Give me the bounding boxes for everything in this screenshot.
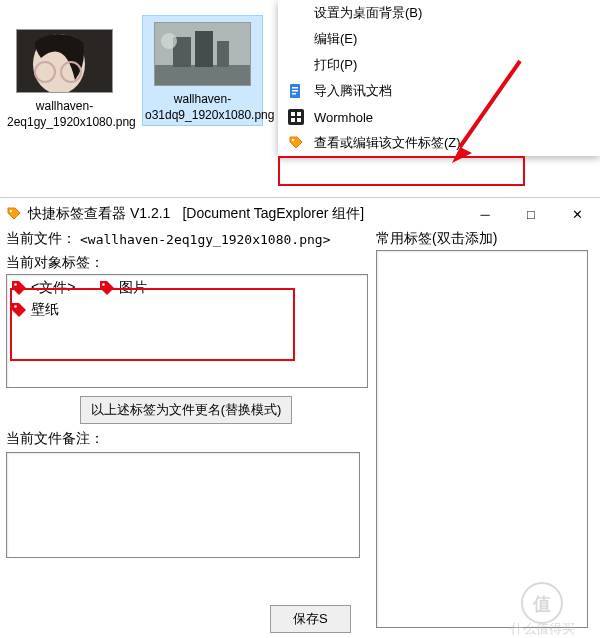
current-file-label: 当前文件： [6,230,76,248]
current-tags-box[interactable]: <文件> 图片 壁纸 [6,274,368,388]
thumbnail-image [154,22,251,86]
file-name-2: wallhaven-o31dq9_1920x1080.png [145,92,260,123]
svg-rect-14 [288,109,304,125]
note-textarea[interactable] [6,452,360,558]
tag-explorer-window: 快捷标签查看器 V1.2.1 [Document TagExplorer 组件]… [0,197,600,638]
context-menu-item-tencent[interactable]: 导入腾讯文档 [278,78,600,104]
tag-item[interactable]: <文件> [11,279,75,297]
tag-icon [286,133,306,153]
common-tags-label: 常用标签(双击添加) [376,230,497,248]
tag-label: <文件> [31,279,75,297]
menu-label: 设置为桌面背景(B) [314,4,422,22]
svg-rect-18 [297,118,301,122]
menu-label: 编辑(E) [314,30,357,48]
common-tags-listbox[interactable] [376,250,588,628]
thumbnail-image [16,29,113,93]
svg-rect-7 [195,31,213,67]
context-menu-item[interactable]: 设置为桌面背景(B) [278,0,600,26]
window-subtitle: [Document TagExplorer 组件] [182,205,364,223]
minimize-button[interactable]: ─ [462,198,508,230]
context-menu-item[interactable]: 打印(P) [278,52,600,78]
svg-rect-8 [217,41,229,67]
svg-rect-5 [155,65,250,85]
svg-point-22 [10,210,12,212]
context-menu: 设置为桌面背景(B) 编辑(E) 打印(P) 导入腾讯文档 Wormhole 查… [278,0,600,156]
file-thumbnail-1[interactable]: wallhaven-2eq1gy_1920x1080.png [4,22,125,133]
context-menu-item-tags[interactable]: 查看或编辑该文件标签(Z) [278,130,600,156]
svg-rect-16 [297,112,301,116]
tag-item[interactable]: 图片 [99,279,147,297]
current-file-value: <wallhaven-2eq1gy_1920x1080.png> [80,232,330,247]
context-menu-item[interactable]: 编辑(E) [278,26,600,52]
current-note-label: 当前文件备注： [6,430,104,448]
svg-text:值: 值 [532,594,551,614]
svg-rect-12 [292,90,298,92]
window-title: 快捷标签查看器 V1.2.1 [28,205,170,223]
maximize-button[interactable]: □ [508,198,554,230]
menu-label: 打印(P) [314,56,357,74]
svg-point-24 [102,283,105,286]
menu-label: 导入腾讯文档 [314,82,392,100]
svg-rect-17 [291,118,295,122]
svg-point-25 [14,305,17,308]
tag-label: 图片 [119,279,147,297]
tag-item[interactable]: 壁纸 [11,301,59,319]
svg-point-9 [161,33,177,49]
tencent-doc-icon [286,81,306,101]
file-name-1: wallhaven-2eq1gy_1920x1080.png [7,99,122,130]
title-bar[interactable]: 快捷标签查看器 V1.2.1 [Document TagExplorer 组件]… [0,198,600,230]
watermark-icon: 值 什么值得买 [486,581,600,638]
svg-rect-11 [292,87,298,89]
wormhole-icon [286,107,306,127]
current-tags-label: 当前对象标签： [6,254,104,272]
svg-text:什么值得买: 什么值得买 [509,621,575,636]
menu-label: 查看或编辑该文件标签(Z) [314,134,461,152]
context-menu-item-wormhole[interactable]: Wormhole [278,104,600,130]
svg-rect-15 [291,112,295,116]
save-button[interactable]: 保存S [270,605,351,633]
left-panel: 当前文件：<wallhaven-2eq1gy_1920x1080.png> 当前… [6,230,366,558]
svg-rect-13 [292,93,296,95]
menu-label: Wormhole [314,110,373,125]
file-thumbnail-2-selected[interactable]: wallhaven-o31dq9_1920x1080.png [142,15,263,126]
rename-button[interactable]: 以上述标签为文件更名(替换模式) [80,396,293,424]
svg-point-19 [292,139,294,141]
right-panel: 常用标签(双击添加) [376,230,586,628]
app-icon [6,206,22,222]
svg-point-23 [14,283,17,286]
close-button[interactable]: ✕ [554,198,600,230]
tag-label: 壁纸 [31,301,59,319]
